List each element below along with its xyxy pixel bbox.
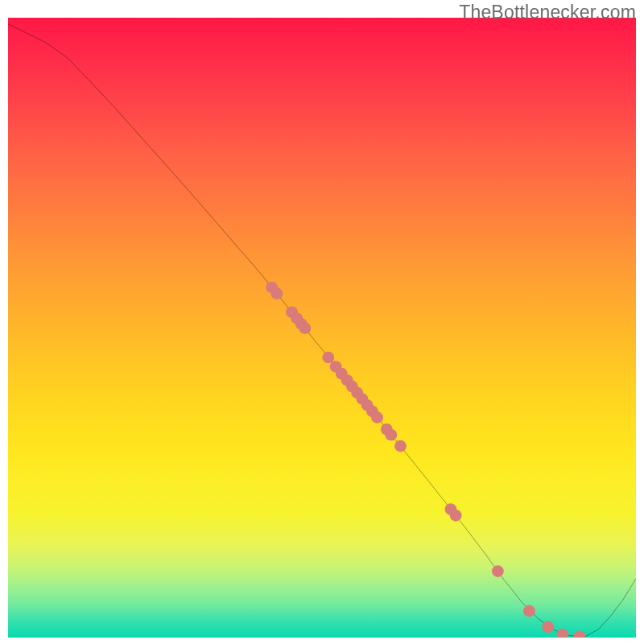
data-point — [322, 352, 334, 364]
data-point — [542, 621, 554, 634]
data-points — [266, 282, 585, 638]
attribution-text: TheBottlenecker.com — [459, 2, 636, 23]
data-point — [361, 399, 374, 411]
data-point — [357, 393, 369, 405]
data-point — [444, 503, 456, 515]
data-point — [523, 605, 535, 617]
data-point — [286, 306, 298, 318]
plot-area — [8, 18, 636, 638]
data-point — [371, 411, 383, 423]
data-point — [366, 406, 378, 418]
data-point — [450, 510, 462, 522]
data-point — [573, 630, 585, 638]
data-point — [346, 381, 358, 393]
data-point — [330, 361, 342, 373]
data-point — [291, 312, 303, 324]
data-point — [492, 565, 504, 577]
data-point — [295, 318, 308, 330]
data-point — [394, 440, 407, 452]
chart-svg — [8, 18, 636, 638]
data-point — [299, 322, 312, 334]
data-point — [556, 629, 568, 638]
data-point — [381, 423, 393, 436]
data-point — [385, 429, 397, 441]
data-point — [270, 287, 283, 299]
bottleneck-chart: TheBottlenecker.com — [0, 0, 644, 644]
data-point — [336, 368, 348, 380]
data-point — [266, 282, 278, 294]
data-point — [351, 387, 363, 399]
curve-line — [8, 24, 636, 637]
data-point — [341, 374, 353, 386]
